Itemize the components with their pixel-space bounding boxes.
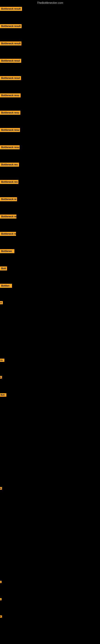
list-item: B [0,374,100,392]
bottleneck-badge[interactable]: Bottleneck result [0,42,21,46]
gap-spacer [0,317,100,357]
list-item: B [0,486,100,503]
list-item: Bottleneck re [0,213,100,230]
list-item: Bottlen [0,282,100,300]
bottleneck-badge[interactable]: Bottleneck re [0,232,16,236]
list-item: Bottleneck resul [0,74,100,92]
list-item: Bottleneck re [0,196,100,213]
list-item: Bottleneck result [0,22,100,40]
list-item: Bottleneck resu [0,126,100,144]
bottleneck-badge[interactable]: Bottleneck resul [0,76,21,80]
bottleneck-badge[interactable]: Bottleneck result [0,24,22,28]
bottleneck-badge[interactable]: Bottleneck resu [0,111,20,115]
list-item: Bott [0,392,100,409]
bottleneck-badge[interactable]: Bottleneck resu [0,128,20,132]
list-item: Bottleneck resu [0,144,100,161]
bottleneck-badge[interactable]: c [0,581,1,583]
list-item: Bottleneck resul [0,57,100,74]
list-item: Bottleneck res [0,161,100,178]
bottleneck-badge[interactable]: Bottleneck resu [0,145,20,149]
bottleneck-badge[interactable]: Bottleneck res [0,180,18,184]
list-item: Bottlenec [0,248,100,265]
list-item: c [0,579,100,596]
bottleneck-badge[interactable]: Bottlen [0,284,12,288]
bottleneck-badge[interactable]: Bott [0,266,7,270]
list-item: Bott [0,265,100,282]
bottleneck-badge[interactable]: Bottlenec [0,249,14,253]
gap-spacer-2 [0,409,100,486]
list-item: B [0,614,100,631]
bottleneck-badge[interactable]: Bott [0,393,6,397]
bottleneck-badge[interactable]: B [0,301,3,304]
list-item: Bottleneck resu [0,92,100,109]
bottleneck-badge[interactable]: Bottleneck resu [0,94,21,98]
gap-spacer-3 [0,503,100,579]
list-item: Bottleneck res [0,178,100,196]
list-item: Bottleneck re [0,230,100,248]
list-item: Bottleneck result [0,40,100,57]
site-title: TheBottlenecker.com [0,0,100,5]
bottleneck-badge[interactable]: Bottleneck resul [0,59,21,63]
bottleneck-badge[interactable]: B [0,616,2,618]
page-wrapper: TheBottlenecker.com Bottleneck result Bo… [0,0,100,631]
list-item: Bottleneck result [0,5,100,22]
bottleneck-badge[interactable]: B [0,487,2,490]
bottleneck-badge[interactable]: Bottleneck result [0,7,22,11]
list-item: B [0,300,100,317]
list-item: c [0,596,100,614]
bottleneck-badge[interactable]: B [0,376,2,378]
bottleneck-badge[interactable]: Bottleneck res [0,162,19,167]
bottleneck-badge[interactable]: Bottleneck re [0,197,17,201]
list-item: Bottleneck resu [0,109,100,126]
list-item: Bo [0,357,100,374]
bottleneck-badge[interactable]: c [0,598,1,600]
bottleneck-badge[interactable]: Bottleneck re [0,214,16,218]
bottleneck-badge[interactable]: Bo [0,359,4,362]
